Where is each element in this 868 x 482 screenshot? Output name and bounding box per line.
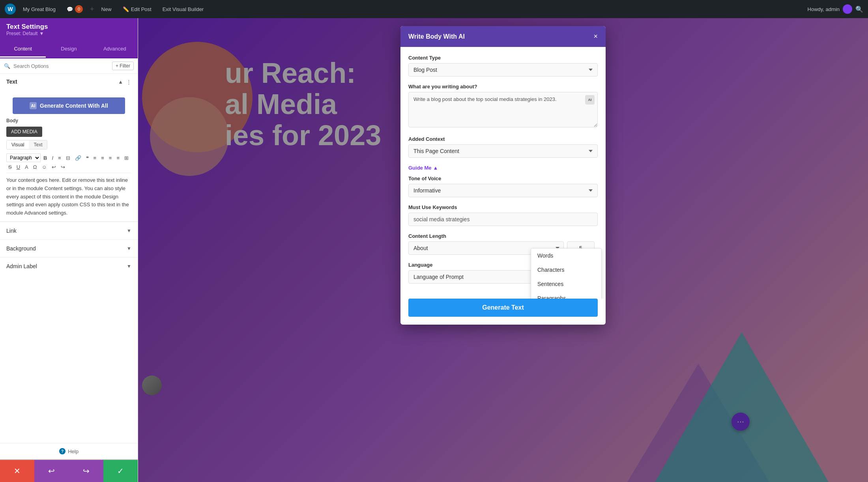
ordered-list-button[interactable]: ⊟ — [64, 154, 72, 162]
redo-button[interactable]: ↪ — [69, 460, 103, 482]
dropdown-item-paragraphs[interactable]: Paragraphs — [531, 291, 601, 299]
admin-label-chevron-down-icon: ▼ — [127, 263, 131, 269]
align-left-button[interactable]: ≡ — [92, 154, 99, 162]
link-section-title: Link — [6, 228, 17, 234]
writing-about-textarea[interactable]: Write a blog post about the top social m… — [408, 92, 598, 127]
text-section-header[interactable]: Text ▲ ⋮ — [0, 74, 138, 90]
generate-text-label: Generate Text — [482, 304, 524, 311]
tone-of-voice-label: Tone of Voice — [408, 176, 598, 181]
sidebar: Text Settings Preset: Default ▼ Content … — [0, 18, 138, 482]
writing-about-group: What are you writing about? Write a blog… — [408, 84, 598, 129]
background-section-header[interactable]: Background ▼ — [0, 240, 138, 257]
content-type-group: Content Type Blog Post Article Product D… — [408, 55, 598, 77]
sidebar-actions: ✕ ↩ ↪ ✓ — [0, 459, 138, 482]
wp-logo[interactable]: W — [5, 4, 16, 15]
edit-post-label: Edit Post — [131, 6, 152, 12]
generate-text-button[interactable]: Generate Text — [408, 299, 598, 317]
editor-content[interactable]: Your content goes here. Edit or remove t… — [6, 176, 131, 217]
tab-content[interactable]: Content — [0, 41, 46, 58]
underline-button[interactable]: U — [15, 163, 22, 171]
tab-design[interactable]: Design — [46, 41, 92, 58]
filter-button[interactable]: + Filter — [112, 62, 134, 70]
help-icon: ? — [59, 448, 65, 454]
add-media-button[interactable]: ADD MEDIA — [6, 127, 42, 137]
sidebar-header: Text Settings Preset: Default ▼ — [0, 18, 138, 41]
editor-tab-visual[interactable]: Visual — [7, 140, 29, 149]
search-input[interactable] — [13, 63, 109, 69]
chevron-down-icon: ▼ — [39, 31, 44, 36]
redo-editor-button[interactable]: ↪ — [59, 163, 67, 171]
admin-bar-right: Howdy, admin 🔍 — [808, 4, 863, 14]
writing-about-label: What are you writing about? — [408, 84, 598, 90]
guide-me-link[interactable]: Guide Me ▲ — [408, 165, 598, 171]
added-context-group: Added Context This Page Content None Cus… — [408, 136, 598, 158]
close-icon: × — [593, 32, 598, 40]
paragraph-select[interactable]: Paragraph — [6, 153, 41, 162]
align-justify-button[interactable]: ≡ — [114, 154, 122, 162]
blog-name-link[interactable]: My Great Blog — [19, 5, 60, 14]
unordered-list-button[interactable]: ≡ — [56, 154, 63, 162]
exit-builder-label: Exit Visual Builder — [163, 6, 204, 12]
strikethrough-button[interactable]: S — [6, 163, 14, 171]
dropdown-item-characters[interactable]: Characters — [531, 263, 601, 277]
added-context-select[interactable]: This Page Content None Custom — [408, 144, 598, 158]
blockquote-button[interactable]: ❝ — [84, 154, 91, 162]
keywords-label: Must Use Keywords — [408, 204, 598, 210]
dropdown-item-words[interactable]: Words — [531, 248, 601, 263]
undo-button[interactable]: ↩ — [34, 460, 69, 482]
dropdown-item-sentences[interactable]: Sentences — [531, 277, 601, 291]
search-icon: 🔍 — [4, 63, 10, 69]
write-body-modal: Write Body With AI × Content Type Blog P… — [400, 26, 606, 325]
exit-builder-link[interactable]: Exit Visual Builder — [159, 5, 208, 14]
keywords-input[interactable] — [408, 213, 598, 226]
modal-overlay[interactable]: Write Body With AI × Content Type Blog P… — [138, 18, 868, 482]
align-center-button[interactable]: ≡ — [99, 154, 106, 162]
preset-label: Preset: Default — [6, 31, 37, 36]
align-right-button[interactable]: ≡ — [107, 154, 114, 162]
tab-advanced[interactable]: Advanced — [92, 41, 138, 58]
italic-button[interactable]: I — [50, 154, 55, 162]
background-chevron-down-icon: ▼ — [127, 246, 131, 251]
link-button[interactable]: 🔗 — [73, 154, 83, 162]
editor-toolbar: Paragraph B I ≡ ⊟ 🔗 ❝ ≡ ≡ ≡ ≡ ⊞ S U A — [6, 152, 131, 173]
emoji-button[interactable]: ☺ — [39, 163, 49, 171]
blog-name-label: My Great Blog — [23, 6, 56, 12]
edit-post-link[interactable]: ✏️ Edit Post — [119, 5, 155, 14]
sidebar-title: Text Settings — [6, 23, 131, 31]
modal-header: Write Body With AI × — [400, 26, 606, 47]
comment-count: 0 — [75, 5, 83, 13]
cancel-button[interactable]: ✕ — [0, 460, 34, 482]
bold-button[interactable]: B — [41, 154, 49, 162]
background-section-title: Background — [6, 245, 36, 252]
editor-tabs: Visual Text — [6, 140, 47, 149]
keywords-group: Must Use Keywords — [408, 204, 598, 226]
comments-link[interactable]: 💬 0 — [63, 4, 87, 15]
tone-of-voice-select[interactable]: Informative Casual Professional — [408, 184, 598, 197]
sidebar-scroll-area: Text ▲ ⋮ AI Generate Content With All Bo… — [0, 74, 138, 443]
modal-title: Write Body With AI — [408, 33, 465, 40]
new-link[interactable]: New — [97, 5, 116, 14]
admin-label-section-header[interactable]: Admin Label ▼ — [0, 258, 138, 275]
text-color-button[interactable]: A — [23, 163, 30, 171]
admin-avatar[interactable] — [843, 4, 852, 14]
save-button[interactable]: ✓ — [103, 460, 138, 482]
editor-tab-text[interactable]: Text — [29, 140, 47, 149]
content-type-select[interactable]: Blog Post Article Product Description — [408, 63, 598, 77]
link-section-header[interactable]: Link ▼ — [0, 222, 138, 239]
table-button[interactable]: ⊞ — [122, 154, 131, 162]
comment-bubble-icon: 💬 — [67, 6, 73, 12]
search-icon[interactable]: 🔍 — [855, 6, 863, 13]
text-section: Text ▲ ⋮ AI Generate Content With All Bo… — [0, 74, 138, 222]
sidebar-preset[interactable]: Preset: Default ▼ — [6, 31, 131, 36]
guide-me-label: Guide Me — [408, 165, 432, 171]
body-section: AI Generate Content With All Body ADD ME… — [0, 90, 138, 221]
generate-content-button[interactable]: AI Generate Content With All — [13, 97, 125, 114]
admin-bar: W My Great Blog 💬 0 + New ✏️ Edit Post E… — [0, 0, 868, 18]
add-media-label: ADD MEDIA — [11, 129, 37, 135]
undo-editor-button[interactable]: ↩ — [50, 163, 58, 171]
help-link[interactable]: ? Help — [0, 443, 138, 459]
textarea-ai-icon[interactable]: AI — [585, 95, 595, 105]
more-options-icon: ⋮ — [126, 79, 131, 85]
special-char-button[interactable]: Ω — [31, 163, 39, 171]
modal-close-button[interactable]: × — [593, 32, 598, 41]
